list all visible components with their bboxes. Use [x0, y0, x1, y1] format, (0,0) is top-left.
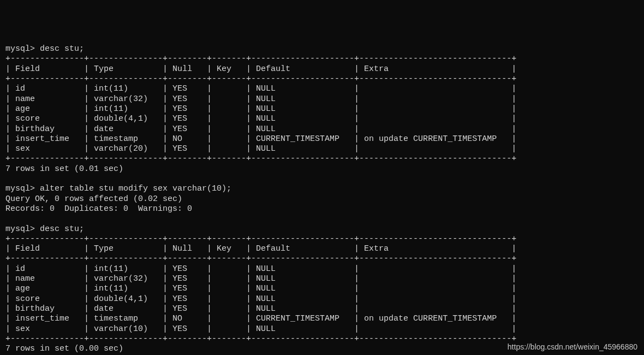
- prompt: mysql>: [5, 224, 35, 234]
- query-ok-line: Query OK, 0 rows affected (0.02 sec): [5, 194, 182, 204]
- prompt: mysql>: [5, 184, 35, 193]
- watermark: https://blog.csdn.net/weixin_45966880: [508, 342, 637, 352]
- terminal-output: mysql> desc stu; +---------------+------…: [5, 44, 639, 354]
- result-summary-1: 7 rows in set (0.01 sec): [5, 164, 123, 174]
- prompt: mysql>: [5, 44, 35, 54]
- desc-table-1: +---------------+---------------+-------…: [5, 54, 516, 163]
- desc-table-2: +---------------+---------------+-------…: [5, 234, 516, 344]
- command-desc-stu-2: desc stu;: [40, 224, 84, 234]
- command-alter-table: alter table stu modify sex varchar(10);: [40, 184, 231, 193]
- result-summary-2: 7 rows in set (0.00 sec): [5, 344, 123, 353]
- records-line: Records: 0 Duplicates: 0 Warnings: 0: [5, 204, 192, 214]
- command-desc-stu-1: desc stu;: [40, 44, 84, 54]
